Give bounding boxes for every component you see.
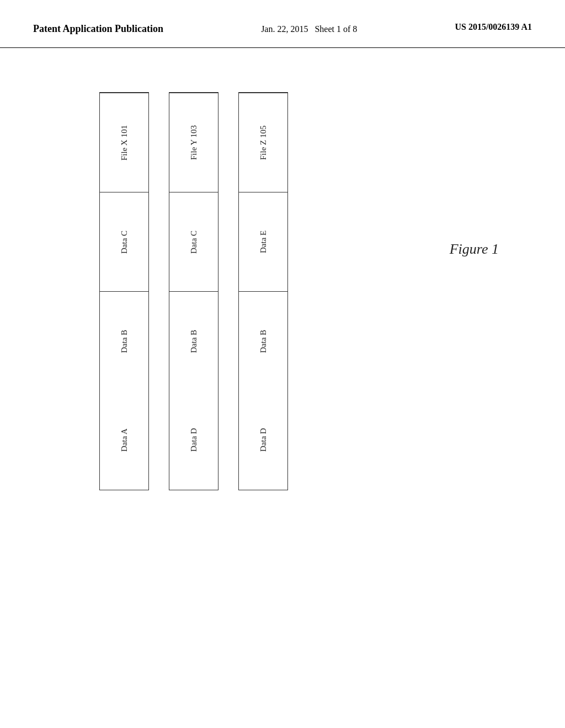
file-y-column: File Y 103 Data C Data B Data D bbox=[169, 92, 218, 490]
sheet-info: Sheet 1 of 8 bbox=[315, 24, 357, 34]
file-x-cell-data-a: Data A bbox=[100, 390, 148, 490]
patent-number: US 2015/0026139 A1 bbox=[455, 22, 532, 32]
file-x-cell-data-c: Data C bbox=[100, 192, 148, 291]
file-y-cell-data-b: Data B bbox=[169, 291, 218, 390]
figure-label: Figure 1 bbox=[450, 241, 499, 258]
file-y-header: File Y 103 bbox=[169, 93, 218, 192]
file-z-header: File Z 105 bbox=[239, 93, 287, 192]
file-z-column: File Z 105 Data E Data B Data D bbox=[238, 92, 288, 490]
file-y-cell-data-c: Data C bbox=[169, 192, 218, 291]
publication-date: Jan. 22, 2015 bbox=[261, 24, 308, 34]
main-content: File X 101 Data C Data B Data A File Y 1… bbox=[0, 48, 565, 523]
files-container: File X 101 Data C Data B Data A File Y 1… bbox=[99, 92, 288, 490]
file-y-cell-data-d: Data D bbox=[169, 390, 218, 490]
file-z-cell-data-d: Data D bbox=[239, 390, 287, 490]
publication-date-sheet: Jan. 22, 2015 Sheet 1 of 8 bbox=[261, 22, 357, 36]
file-z-cell-data-b: Data B bbox=[239, 291, 287, 390]
file-x-column: File X 101 Data C Data B Data A bbox=[99, 92, 149, 490]
file-x-cell-data-b: Data B bbox=[100, 291, 148, 390]
publication-title: Patent Application Publication bbox=[33, 22, 163, 36]
page-header: Patent Application Publication Jan. 22, … bbox=[0, 0, 565, 48]
file-x-header: File X 101 bbox=[100, 93, 148, 192]
file-z-cell-data-e: Data E bbox=[239, 192, 287, 291]
